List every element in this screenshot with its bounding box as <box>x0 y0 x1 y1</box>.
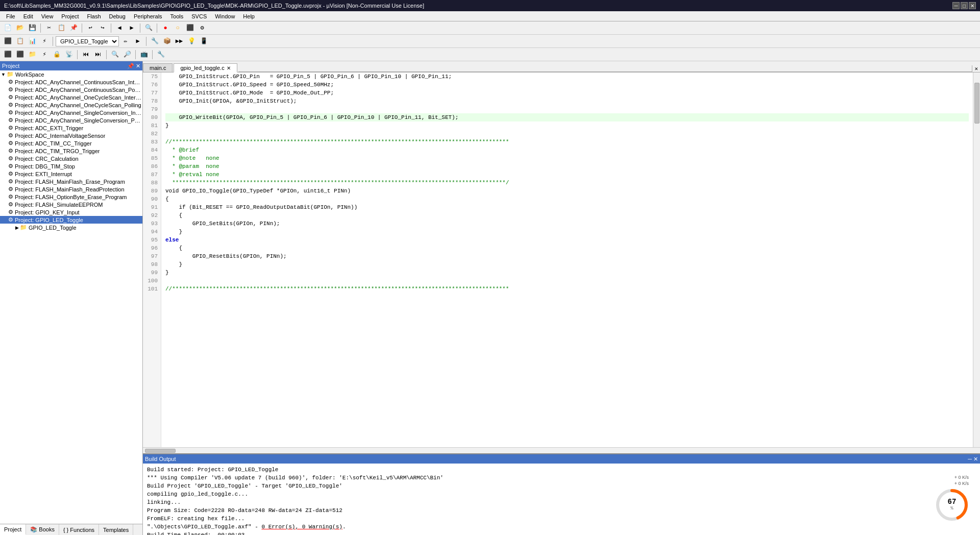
tb3-btn10[interactable]: 🔎 <box>121 49 133 60</box>
tb2-btn5[interactable]: ✏ <box>120 36 131 47</box>
tree-item-p2[interactable]: ⚙Project: ADC_AnyChannel_ContinuousScan_… <box>0 86 142 93</box>
menu-item-svcs[interactable]: SVCS <box>187 12 211 20</box>
tree-item-p4[interactable]: ⚙Project: ADC_AnyChannel_OneCycleScan_Po… <box>0 101 142 109</box>
scroll-thumb[interactable] <box>974 83 979 124</box>
horizontal-scrollbar[interactable] <box>143 447 980 453</box>
menu-item-flash[interactable]: Flash <box>83 12 105 20</box>
project-header-pin[interactable]: 📌 <box>127 63 134 69</box>
tree-item-p15[interactable]: ⚙Project: FLASH_MainFlash_ReadProtection <box>0 185 142 193</box>
tree-item-p7[interactable]: ⚙Project: ADC_EXTI_Trigger <box>0 124 142 132</box>
menu-item-window[interactable]: Window <box>211 12 239 20</box>
tree-item-p10[interactable]: ⚙Project: ADC_TIM_TRGO_Trigger <box>0 147 142 155</box>
tb3-btn11[interactable]: 📺 <box>138 49 150 60</box>
debug-button[interactable]: ○ <box>172 22 183 34</box>
tree-item-p17[interactable]: ⚙Project: FLASH_SimulateEEPROM <box>0 201 142 208</box>
tb2-btn10[interactable]: 💡 <box>186 36 197 47</box>
save-button[interactable]: 💾 <box>27 22 38 34</box>
tb3-btn12[interactable]: 🔧 <box>155 49 166 60</box>
tree-item-workspace[interactable]: ▼📁WorkSpace <box>0 70 142 78</box>
tb3-btn3[interactable]: 📁 <box>27 49 38 60</box>
close-button[interactable]: ✕ <box>969 2 976 9</box>
tree-item-p8[interactable]: ⚙Project: ADC_InternalVoltageSensor <box>0 132 142 139</box>
maximize-button[interactable]: □ <box>961 2 968 9</box>
tree-item-p3[interactable]: ⚙Project: ADC_AnyChannel_OneCycleScan_In… <box>0 93 142 101</box>
copy-button[interactable]: 📋 <box>56 22 67 34</box>
tb3-btn5[interactable]: 🔒 <box>51 49 62 60</box>
nav-fwd-button[interactable]: ▶ <box>126 22 137 34</box>
minimize-button[interactable]: ─ <box>952 2 960 9</box>
menu-item-file[interactable]: File <box>2 12 19 20</box>
h-scroll-thumb[interactable] <box>145 449 176 453</box>
tb2-btn1[interactable]: ⬛ <box>2 36 13 47</box>
menu-item-help[interactable]: Help <box>239 12 259 20</box>
redo-button[interactable]: ↪ <box>97 22 108 34</box>
tab-functions[interactable]: { } Functions <box>59 524 99 535</box>
svg-text:%: % <box>950 506 953 511</box>
tb2-btn9[interactable]: ▶▶ <box>174 36 185 47</box>
tb3-btn7[interactable]: ⏮ <box>80 49 91 60</box>
tab-project[interactable]: Project <box>0 524 26 535</box>
code-content[interactable]: GPIO_InitStruct.GPIO_Pin = GPIO_Pin_5 | … <box>161 72 973 447</box>
tree-item-p12[interactable]: ⚙Project: DBG_TIM_Stop <box>0 162 142 170</box>
build-button[interactable]: ● <box>160 22 171 34</box>
tree-item-p13[interactable]: ⚙Project: EXTI_Interrupt <box>0 170 142 178</box>
build-close-icon[interactable]: ✕ <box>973 456 978 463</box>
tb2-btn4[interactable]: ⚡ <box>39 36 50 47</box>
tree-item-p16[interactable]: ⚙Project: FLASH_OptionByte_Erase_Program <box>0 193 142 201</box>
tree-icon-p1: ⚙ <box>8 79 13 85</box>
menu-item-debug[interactable]: Debug <box>105 12 130 20</box>
project-header-close[interactable]: ✕ <box>136 63 140 69</box>
tab-templates[interactable]: Templates <box>99 524 133 535</box>
menu-item-project[interactable]: Project <box>57 12 83 20</box>
nav-back-button[interactable]: ◀ <box>114 22 125 34</box>
tb3-btn2[interactable]: ⬛ <box>14 49 26 60</box>
options-button[interactable]: ⚙ <box>197 22 208 34</box>
tree-item-p11[interactable]: ⚙Project: CRC_Calculation <box>0 155 142 162</box>
menu-item-tools[interactable]: Tools <box>166 12 188 20</box>
tree-item-p18[interactable]: ⚙Project: GPIO_KEY_Input <box>0 208 142 216</box>
code-view[interactable]: 7576777879808182838485868788899091929394… <box>143 72 980 447</box>
tb2-btn8[interactable]: 📦 <box>161 36 173 47</box>
tb2-btn2[interactable]: 📋 <box>14 36 26 47</box>
tb2-btn6[interactable]: ▶ <box>132 36 143 47</box>
stop-button[interactable]: ⬛ <box>184 22 195 34</box>
vertical-scrollbar[interactable] <box>973 72 980 447</box>
code-line-87: * @retval none <box>165 171 969 179</box>
tree-item-p14[interactable]: ⚙Project: FLASH_MainFlash_Erase_Program <box>0 178 142 185</box>
menu-item-view[interactable]: View <box>37 12 58 20</box>
tree-item-p9[interactable]: ⚙Project: ADC_TIM_CC_Trigger <box>0 139 142 147</box>
tb2-btn11[interactable]: 📱 <box>198 36 209 47</box>
tab-main-c[interactable]: main.c <box>143 63 173 72</box>
build-minimize-icon[interactable]: ─ <box>968 456 972 463</box>
tb3-btn9[interactable]: 🔍 <box>109 49 120 60</box>
tb3-btn4[interactable]: ⚡ <box>39 49 50 60</box>
tab-gpio-led-close[interactable]: ✕ <box>227 65 231 71</box>
gauge-svg: 67 % <box>934 487 970 523</box>
paste-button[interactable]: 📌 <box>68 22 79 34</box>
code-line-84: * @brief <box>165 146 969 154</box>
project-selector[interactable]: GPIO_LED_Toggle <box>56 36 119 46</box>
menu-item-peripherals[interactable]: Peripherals <box>130 12 166 20</box>
undo-button[interactable]: ↩ <box>85 22 96 34</box>
tab-books[interactable]: 📚 Books <box>26 524 59 535</box>
tree-item-p1[interactable]: ⚙Project: ADC_AnyChannel_ContinuousScan_… <box>0 78 142 86</box>
editor-close-button[interactable]: ✕ <box>972 65 980 72</box>
tb2-btn7[interactable]: 🔧 <box>149 36 160 47</box>
tree-item-p6[interactable]: ⚙Project: ADC_AnyChannel_SingleConversio… <box>0 116 142 124</box>
menu-item-edit[interactable]: Edit <box>19 12 37 20</box>
tree-item-p19[interactable]: ⚙Project: GPIO_LED_Toggle <box>0 216 142 224</box>
tb3-btn1[interactable]: ⬛ <box>2 49 13 60</box>
tree-item-p5[interactable]: ⚙Project: ADC_AnyChannel_SingleConversio… <box>0 109 142 116</box>
open-button[interactable]: 📂 <box>14 22 26 34</box>
tb3-btn6[interactable]: 📡 <box>63 49 75 60</box>
cut-button[interactable]: ✂ <box>43 22 55 34</box>
tb2-btn3[interactable]: 📊 <box>27 36 38 47</box>
tree-item-p19sub[interactable]: ▶📁GPIO_LED_Toggle <box>0 224 142 231</box>
sep3 <box>111 23 111 33</box>
new-file-button[interactable]: 📄 <box>2 22 13 34</box>
find-button[interactable]: 🔍 <box>143 22 154 34</box>
tb3-btn8[interactable]: ⏭ <box>92 49 104 60</box>
tab-gpio-led[interactable]: gpio_led_toggle.c ✕ <box>174 63 237 72</box>
tree-icon-p18: ⚙ <box>8 209 13 215</box>
line-numbers: 7576777879808182838485868788899091929394… <box>143 72 161 447</box>
